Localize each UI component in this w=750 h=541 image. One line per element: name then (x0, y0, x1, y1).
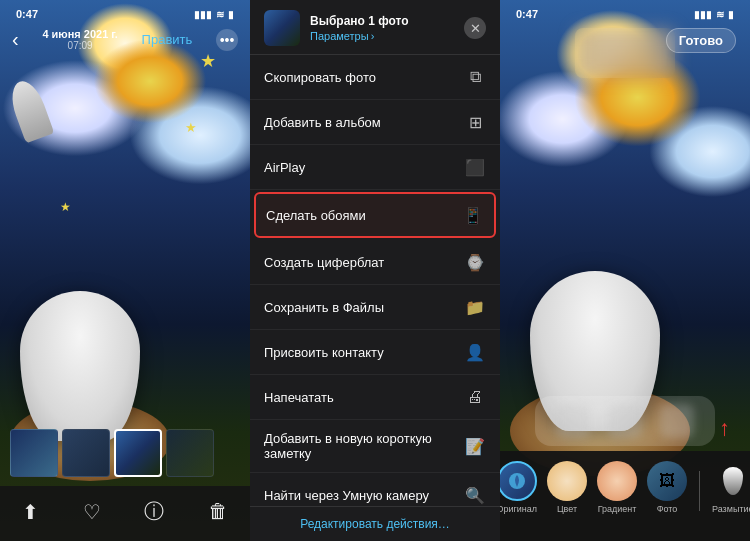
status-icons: ▮▮▮ ≋ ▮ (194, 9, 234, 20)
add-album-icon: ⊞ (464, 111, 486, 133)
action-menu-list: Скопировать фото ⧉ Добавить в альбом ⊞ A… (250, 55, 500, 506)
wallpaper-options-toolbar: Оригинал Цвет Градиент 🖼 Фото Размытие (500, 451, 750, 541)
params-button[interactable]: Параметры › (310, 30, 454, 42)
done-button[interactable]: Готово (666, 28, 736, 53)
panel-wallpaper-preview: 0:47 ▮▮▮ ≋ ▮ Готово ↓ Оригинал Цвет (500, 0, 750, 541)
gradient-label: Градиент (598, 504, 637, 514)
airplay-icon: ⬛ (464, 156, 486, 178)
time-label: 07:09 (42, 40, 118, 51)
photo-topbar: ‹ 4 июня 2021 г. 07:09 Править ••• (0, 28, 250, 51)
menu-item-set-wallpaper[interactable]: Сделать обоями 📱 (254, 192, 496, 238)
delete-icon[interactable]: 🗑 (208, 500, 228, 523)
share-sheet-header: Выбрано 1 фото Параметры › ✕ (250, 0, 500, 55)
panel3-battery-icon: ▮ (728, 9, 734, 20)
status-bar: 0:47 ▮▮▮ ≋ ▮ (0, 8, 250, 20)
smart-camera-icon: 🔍 (464, 484, 486, 506)
photo-option-icon: 🖼 (647, 461, 687, 501)
menu-item-copy-photo[interactable]: Скопировать фото ⧉ (250, 55, 500, 100)
header-info: Выбрано 1 фото Параметры › (310, 14, 454, 42)
info-icon[interactable]: ⓘ (144, 498, 164, 525)
header-thumbnail (264, 10, 300, 46)
signal-icon: ▮▮▮ (194, 9, 212, 20)
panel-photos: ★ ★ ★ 0:47 ▮▮▮ ≋ ▮ ‹ 4 июня 2021 г. 07:0… (0, 0, 250, 541)
blurred-face-overlay (575, 28, 675, 78)
wallpaper-style-options: Оригинал Цвет Градиент 🖼 Фото Размытие (500, 451, 750, 518)
assign-contact-icon: 👤 (464, 341, 486, 363)
wallpaper-option-gradient[interactable]: Градиент (597, 461, 637, 514)
menu-item-quick-note[interactable]: Добавить в новую короткую заметку 📝 (250, 420, 500, 473)
menu-item-smart-camera[interactable]: Найти через Умную камеру 🔍 (250, 473, 500, 506)
color1-label: Цвет (557, 504, 577, 514)
dock-icon-1 (556, 404, 590, 438)
save-files-icon: 📁 (464, 296, 486, 318)
wallpaper-option-original[interactable]: Оригинал (500, 461, 537, 514)
panel-share-sheet: Выбрано 1 фото Параметры › ✕ Скопировать… (250, 0, 500, 541)
star-icon-3: ★ (60, 200, 75, 215)
close-icon: ✕ (470, 21, 481, 36)
wallpaper-option-color1[interactable]: Цвет (547, 461, 587, 514)
panel3-status-icons: ▮▮▮ ≋ ▮ (694, 9, 734, 20)
battery-icon: ▮ (228, 9, 234, 20)
share-icon[interactable]: ⬆ (22, 500, 39, 524)
panel3-status-bar: 0:47 ▮▮▮ ≋ ▮ (500, 8, 750, 20)
gradient-icon (597, 461, 637, 501)
selected-count-label: Выбрано 1 фото (310, 14, 454, 28)
more-button[interactable]: ••• (216, 29, 238, 51)
menu-item-assign-contact[interactable]: Присвоить контакту 👤 (250, 330, 500, 375)
dock-icon-2 (608, 404, 642, 438)
astronaut-art (20, 291, 140, 441)
edit-button[interactable]: Править (142, 32, 193, 47)
menu-item-add-album[interactable]: Добавить в альбом ⊞ (250, 100, 500, 145)
wallpaper-option-blur[interactable]: Размытие (712, 461, 750, 514)
wifi-icon: ≋ (216, 9, 224, 20)
quick-note-icon: 📝 (464, 435, 486, 457)
thumb-1[interactable] (10, 429, 58, 477)
menu-item-save-files[interactable]: Сохранить в Файлы 📁 (250, 285, 500, 330)
date-info: 4 июня 2021 г. 07:09 (42, 28, 118, 51)
photo-toolbar: ⬆ ♡ ⓘ 🗑 (0, 486, 250, 541)
blur-icon (721, 461, 745, 501)
chevron-right-icon: › (371, 30, 375, 42)
print-icon: 🖨 (464, 386, 486, 408)
panel3-wifi-icon: ≋ (716, 9, 724, 20)
heart-icon[interactable]: ♡ (83, 500, 101, 524)
status-time: 0:47 (16, 8, 38, 20)
menu-footer: Редактировать действия… (250, 506, 500, 541)
color1-icon (547, 461, 587, 501)
watchface-icon: ⌚ (464, 251, 486, 273)
menu-item-watchface[interactable]: Создать циферблат ⌚ (250, 240, 500, 285)
close-button[interactable]: ✕ (464, 17, 486, 39)
wallpaper-topbar: Готово (666, 28, 736, 53)
panel3-status-time: 0:47 (516, 8, 538, 20)
panel3-signal-icon: ▮▮▮ (694, 9, 712, 20)
copy-photo-icon: ⧉ (464, 66, 486, 88)
thumb-2[interactable] (62, 429, 110, 477)
wallpaper-option-photo[interactable]: 🖼 Фото (647, 461, 687, 514)
dock-icon-3 (660, 404, 694, 438)
original-label: Оригинал (500, 504, 537, 514)
menu-item-print[interactable]: Напечатать 🖨 (250, 375, 500, 420)
photo-label: Фото (657, 504, 678, 514)
thumb-3[interactable] (166, 429, 214, 477)
original-icon (500, 461, 537, 501)
back-button[interactable]: ‹ (12, 28, 19, 51)
blur-label: Размытие (712, 504, 750, 514)
blur-arrow-indicator: ↓ (719, 418, 730, 444)
set-wallpaper-icon: 📱 (462, 204, 484, 226)
star-icon-1: ★ (200, 50, 220, 70)
params-label: Параметры (310, 30, 369, 42)
thumbnail-strip (0, 423, 250, 483)
menu-item-airplay[interactable]: AirPlay ⬛ (250, 145, 500, 190)
options-divider (699, 471, 700, 511)
thumb-active[interactable] (114, 429, 162, 477)
edit-actions-link[interactable]: Редактировать действия… (264, 517, 486, 531)
home-screen-dock (535, 396, 715, 446)
star-icon-2: ★ (185, 120, 200, 135)
menu-item-set-wallpaper-wrapper: Сделать обоями 📱 (254, 192, 496, 238)
date-label: 4 июня 2021 г. (42, 28, 118, 40)
